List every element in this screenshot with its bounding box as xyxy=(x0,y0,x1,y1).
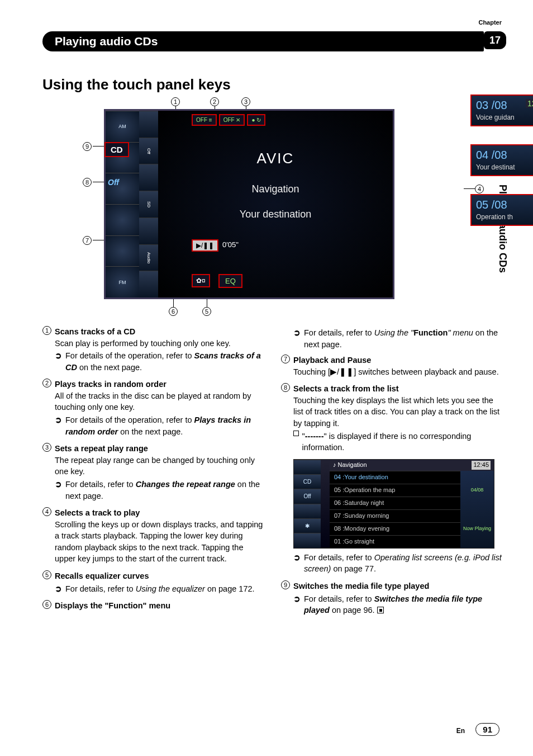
arrow-icon: ➲ xyxy=(293,552,301,575)
item9-title: Switches the media file type played xyxy=(293,580,429,592)
mode-tab[interactable] xyxy=(139,111,158,138)
item5-title: Recalls equalizer curves xyxy=(55,570,149,582)
artist-text: AVIC xyxy=(158,150,393,167)
list-item[interactable]: 05 :Operation the map xyxy=(330,484,460,497)
arrow-icon: ➲ xyxy=(293,593,301,616)
mode-tab[interactable]: SD xyxy=(139,191,158,218)
bullet-5: 5 xyxy=(42,570,51,579)
item2-body: All of the tracks in the disc can be pla… xyxy=(55,390,265,413)
item1-sub: For details of the operation, refer to S… xyxy=(65,350,265,373)
arrow-icon: ➲ xyxy=(293,327,301,350)
random-label: OFF xyxy=(223,117,235,123)
item2-title: Plays tracks in random order xyxy=(55,379,166,390)
arrow-icon: ➲ xyxy=(55,479,62,502)
track-card[interactable]: 05 /08 Operation th xyxy=(470,194,533,226)
left-column: 1 Scans tracks of a CD Scan play is perf… xyxy=(42,326,265,622)
play-pause-button[interactable]: ▶/❚❚ xyxy=(192,239,218,252)
section-heading: Using the touch panel keys xyxy=(42,76,504,93)
mode-tab[interactable] xyxy=(139,271,158,297)
random-button[interactable]: OFF ✕ xyxy=(219,114,245,126)
page-number: 91 xyxy=(475,723,499,736)
note-icon xyxy=(293,431,299,436)
chapter-label: Chapter xyxy=(478,19,502,26)
callout-2: 2 xyxy=(210,97,219,106)
track-card[interactable]: 03 /08 12:36 Voice guidan xyxy=(470,94,533,126)
list-item[interactable]: 04 :Your destination xyxy=(330,471,460,484)
left-tab[interactable]: AM xyxy=(106,111,139,142)
item2-sub: For details of the operation, refer to P… xyxy=(65,414,265,437)
callout-8: 8 xyxy=(83,178,92,187)
page-title-bar: Playing audio CDs xyxy=(42,31,484,51)
eq-button[interactable]: EQ xyxy=(218,274,242,288)
track-number: 05 /08 xyxy=(476,199,507,211)
item6-title: Displays the "Function" menu xyxy=(55,600,170,612)
list-item[interactable]: 06 :Saturday night xyxy=(330,497,460,509)
item1-body: Scan play is performed by touching only … xyxy=(55,338,265,349)
arrow-icon: ➲ xyxy=(55,583,62,595)
list-item[interactable]: 07 :Sunday morning xyxy=(330,509,460,522)
left-tab[interactable]: FM xyxy=(106,266,139,297)
mode-tab[interactable] xyxy=(139,164,158,191)
off-label: Off xyxy=(108,178,119,187)
mini-tab[interactable] xyxy=(294,460,321,474)
left-tab[interactable] xyxy=(106,235,139,267)
item3-title: Sets a repeat play range xyxy=(55,443,148,455)
callout-5: 5 xyxy=(202,307,211,316)
cont-sub: For details, refer to Using the "Functio… xyxy=(304,327,504,350)
mini-tab[interactable]: Off xyxy=(294,489,321,503)
repeat-icon: ● xyxy=(251,117,255,123)
cd-source-button[interactable]: CD xyxy=(104,142,129,157)
bullet-8: 8 xyxy=(281,383,290,392)
mini-side-track: 04/08 xyxy=(471,486,484,494)
item7-body: Touching [▶/❚❚] switches between playbac… xyxy=(293,366,504,378)
list-item[interactable]: 08 :Monday evening xyxy=(330,522,460,535)
item4-body: Scrolling the keys up or down displays t… xyxy=(55,519,265,565)
track-number: 03 /08 xyxy=(476,99,507,111)
scan-button[interactable]: OFF ≡ xyxy=(192,114,217,126)
item5-sub: For details, refer to Using the equalize… xyxy=(65,583,255,595)
list-item[interactable]: 01 :Go straight xyxy=(330,535,460,548)
mini-breadcrumb: ♪ Navigation xyxy=(333,461,367,470)
track-title: Voice guidan xyxy=(476,114,515,121)
track-title: Your destinat xyxy=(476,163,515,171)
mode-tab[interactable]: Off xyxy=(139,138,158,164)
clock-time: 12:36 xyxy=(526,99,533,108)
mini-tab[interactable]: ✱ xyxy=(294,518,321,533)
arrow-icon: ➲ xyxy=(55,414,62,437)
item9-sub: For details, refer to Switches the media… xyxy=(304,593,504,616)
scan-label: OFF xyxy=(196,117,207,123)
mini-tab[interactable] xyxy=(294,504,321,518)
bullet-2: 2 xyxy=(42,379,51,388)
item8-note: "-------" is displayed if there is no co… xyxy=(302,431,504,453)
mode-tab[interactable] xyxy=(139,218,158,244)
mini-tab[interactable] xyxy=(294,533,321,547)
mini-tab[interactable]: CD xyxy=(294,474,321,489)
left-tab[interactable] xyxy=(106,204,139,235)
item3-body: The repeat play range can be changed by … xyxy=(55,455,265,478)
list-screenshot: CD Off ✱ ♪ Navigation 12:45 04 :Yo xyxy=(293,459,494,549)
chapter-number-badge: 17 xyxy=(484,31,506,49)
track-number: 04 /08 xyxy=(476,149,507,161)
end-mark-icon xyxy=(377,607,384,613)
callout-7: 7 xyxy=(83,236,92,245)
bullet-7: 7 xyxy=(281,355,290,363)
mini-side-nowplaying: Now Playing xyxy=(463,525,491,532)
track-title: Operation th xyxy=(476,213,513,221)
elapsed-time: 0'05" xyxy=(222,240,239,249)
device-screenshot: AM FM Off SD Audio OFF ≡ OFF ✕ xyxy=(104,109,394,299)
function-menu-button[interactable]: ✿¤ xyxy=(192,274,210,287)
callout-3: 3 xyxy=(241,97,250,106)
arrow-icon: ➲ xyxy=(55,350,62,373)
mode-tab[interactable]: Audio xyxy=(139,244,158,271)
track-card[interactable]: 04 /08 Your destinat xyxy=(470,144,533,176)
bullet-9: 9 xyxy=(281,580,290,589)
bullet-4: 4 xyxy=(42,507,51,516)
item8-title: Selects a track from the list xyxy=(293,383,399,395)
diagram-figure: 1 2 3 9 8 7 4 6 5 AM FM xyxy=(70,100,473,313)
language-label: En xyxy=(456,727,465,735)
callout-1: 1 xyxy=(171,97,180,106)
item7-title: Playback and Pause xyxy=(293,355,371,366)
item8-sub: For details, refer to Operating list scr… xyxy=(304,552,504,575)
repeat-button[interactable]: ● ↻ xyxy=(247,114,265,126)
mini-clock: 12:45 xyxy=(472,461,491,470)
